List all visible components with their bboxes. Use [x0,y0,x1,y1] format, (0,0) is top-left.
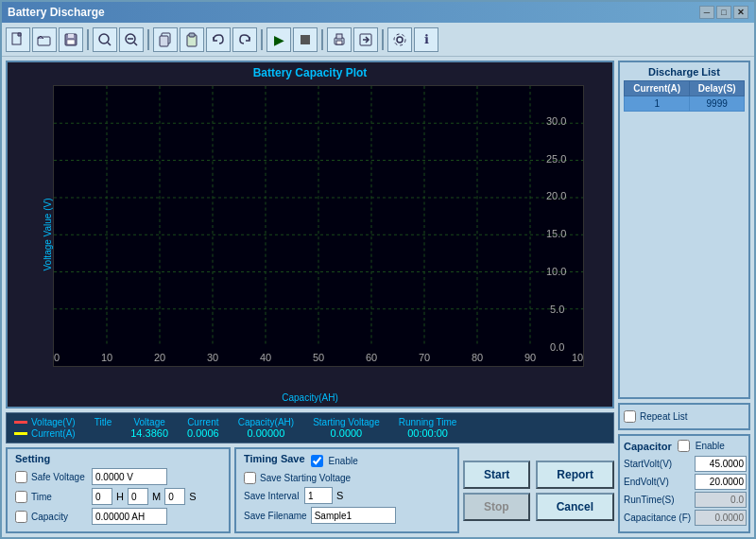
interval-input[interactable] [304,487,333,504]
start-volt-input[interactable] [695,456,747,472]
capacitance-row: Capacitance (F) [624,510,745,526]
redo-icon[interactable] [232,27,257,52]
timing-save-title: Timing Save [244,453,305,464]
zoom-out-icon[interactable] [119,27,144,52]
minimize-button[interactable]: ─ [699,6,714,19]
time-row: Time H M S [15,488,221,505]
end-volt-input[interactable] [695,474,747,490]
filename-row: Save Filename [244,507,450,524]
new-icon[interactable] [6,27,30,52]
svg-text:10: 10 [101,352,112,363]
window-title: Battery Discharge [8,6,105,19]
start-volt-label: StartVolt(V) [624,459,692,469]
safe-voltage-input[interactable] [92,468,167,485]
print-icon[interactable] [327,27,352,52]
title-bar: Battery Discharge ─ □ ✕ [2,2,754,23]
start-button[interactable]: Start [463,461,530,489]
time-checkbox[interactable] [15,491,27,503]
play-button[interactable]: ▶ [266,27,291,52]
svg-point-21 [394,34,405,45]
save-icon[interactable] [59,27,83,52]
repeat-checkbox[interactable] [624,410,636,423]
svg-rect-16 [336,34,342,39]
discharge-table: Current(A) Delay(S) 19999 [624,80,745,112]
maximize-button[interactable]: □ [716,6,731,19]
sep2 [147,29,149,50]
delay-cell: 9999 [690,96,745,112]
current-cell: 1 [625,96,690,112]
close-button[interactable]: ✕ [733,6,748,19]
time-m-input[interactable] [128,488,148,505]
svg-rect-13 [189,33,195,37]
window-controls: ─ □ ✕ [699,6,748,19]
svg-rect-14 [301,35,310,44]
zoom-fit-icon[interactable] [93,27,117,52]
svg-text:25.0: 25.0 [546,153,566,165]
repeat-panel: Repeat List [618,403,750,430]
settings-icon[interactable] [387,27,412,52]
svg-text:70: 70 [419,352,430,363]
paste-icon[interactable] [180,27,204,52]
svg-point-20 [397,37,403,43]
svg-rect-4 [67,40,75,44]
stop-icon-toolbar[interactable] [293,27,318,52]
chart-svg: 0 10 20 30 40 50 60 70 80 90 100 0 20 [54,86,583,366]
svg-text:20.0: 20.0 [546,190,566,201]
save-starting-checkbox[interactable] [244,472,256,484]
col-delay-header: Delay(S) [690,81,745,96]
right-panel: Discharge List Current(A) Delay(S) 19999 [618,61,750,533]
interval-unit: S [336,490,343,501]
svg-text:5.0: 5.0 [550,304,564,315]
end-volt-row: EndVolt(V) [624,474,745,490]
svg-text:0.0: 0.0 [550,341,564,353]
main-content: Battery Capacity Plot Voltage Value (V) … [2,57,754,537]
run-time-label: RunTime(S) [624,495,692,505]
interval-label: Save Interval [244,491,301,501]
safe-voltage-checkbox[interactable] [15,471,27,483]
info-icon[interactable]: ℹ [414,27,438,52]
legend-current: Current(A) [14,428,76,439]
timing-enable-label: Enable [329,456,358,466]
capacitor-title: Capacitor [624,441,672,452]
interval-row: Save Interval S [244,487,450,504]
left-panel: Battery Capacity Plot Voltage Value (V) … [6,61,614,533]
svg-line-6 [108,43,111,45]
capacity-label: Capacity [31,512,88,522]
sep3 [261,29,263,50]
capacitance-input[interactable] [695,510,747,526]
filename-label: Save Filename [244,511,307,521]
voltage-legend-label: Voltage(V) [31,417,76,427]
svg-line-8 [134,43,137,45]
y-label-left: Voltage Value (V) [43,198,53,270]
report-button[interactable]: Report [536,461,614,489]
capacitor-enable-checkbox[interactable] [678,440,690,452]
svg-text:20: 20 [154,352,165,363]
voltage-color [14,421,27,424]
capacity-input[interactable] [92,508,167,525]
table-row[interactable]: 19999 [625,96,745,112]
cancel-button[interactable]: Cancel [536,493,614,521]
current-color [14,432,27,435]
svg-text:50: 50 [313,352,324,363]
run-time-input[interactable] [695,492,747,508]
export-icon[interactable] [353,27,378,52]
col-current-header: Current(A) [625,81,690,96]
undo-icon[interactable] [206,27,231,52]
repeat-label: Repeat List [640,411,688,422]
timing-save-checkbox[interactable] [311,455,323,467]
capacity-row: Capacity [15,508,221,525]
svg-text:0: 0 [54,352,60,363]
stop-button[interactable]: Stop [463,493,530,521]
copy-icon[interactable] [153,27,178,52]
capacity-checkbox[interactable] [15,511,27,523]
toolbar: ▶ ℹ [2,23,754,57]
data-running-time: Running Time 00:00:00 [399,417,457,439]
time-h-input[interactable] [92,488,112,505]
time-s-input[interactable] [164,488,185,505]
setting-panel: Setting Safe Voltage Time H M [6,447,231,533]
setting-title: Setting [15,453,221,464]
sep5 [382,29,384,50]
filename-input[interactable] [311,507,396,524]
open-icon[interactable] [32,27,57,52]
svg-text:100: 100 [572,352,583,363]
